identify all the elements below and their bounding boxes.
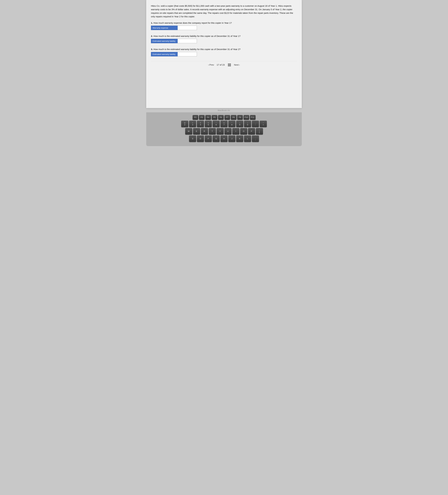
key-f5[interactable]: F5 xyxy=(212,115,217,120)
key-e[interactable]: E xyxy=(193,128,200,135)
question-2-label: 2. How much is the estimated warranty li… xyxy=(151,35,297,37)
key-f2[interactable]: F2 xyxy=(193,115,198,120)
question-1-block: 1. How much warranty expense does the co… xyxy=(151,22,297,30)
question-2-text: How much is the estimated warranty liabi… xyxy=(154,35,241,37)
key-k[interactable]: K xyxy=(236,136,243,142)
key-9[interactable]: (9 xyxy=(236,121,243,127)
question-1-label: 1. How much warranty expense does the co… xyxy=(151,22,297,24)
key-u[interactable]: U xyxy=(224,128,231,135)
key-p[interactable]: P xyxy=(248,128,255,135)
question-3-label: 3. How much is the estimated warranty li… xyxy=(151,48,297,51)
key-5[interactable]: %5 xyxy=(205,121,212,127)
key-f6[interactable]: F6 xyxy=(218,115,224,120)
key-w[interactable]: W xyxy=(185,128,192,135)
next-chevron-icon: › xyxy=(239,64,240,66)
key-f10[interactable]: F10 xyxy=(244,115,249,120)
key-f3[interactable]: F3 xyxy=(199,115,205,120)
key-j[interactable]: J xyxy=(228,136,235,142)
key-d[interactable]: D xyxy=(197,136,204,142)
warranty-expense-input[interactable] xyxy=(178,26,197,30)
next-button[interactable]: Next › xyxy=(234,64,240,66)
main-content-area: Hitzu Co. sold a copier (that costs $5,5… xyxy=(146,0,302,108)
key-t[interactable]: T xyxy=(209,128,216,135)
keyboard: F2 F3 F4 F5 F6 F7 F8 F9 F10 F11 @2 #3 $4… xyxy=(146,112,302,146)
key-semicolon[interactable]: :; xyxy=(252,136,259,142)
key-0[interactable]: )0 xyxy=(244,121,251,127)
key-g[interactable]: G xyxy=(213,136,220,142)
key-y[interactable]: Y xyxy=(217,128,224,135)
key-3[interactable]: #3 xyxy=(189,121,196,127)
key-f9[interactable]: F9 xyxy=(237,115,243,120)
key-f8[interactable]: F8 xyxy=(231,115,236,120)
laptop-brand-label: MacBook Air xyxy=(218,109,230,111)
navigation-bar: ‹ Prev 17 of 23 Next › xyxy=(151,61,297,68)
question-3-text: How much is the estimated warranty liabi… xyxy=(154,48,241,51)
question-3-block: 3. How much is the estimated warranty li… xyxy=(151,48,297,56)
next-label: Next xyxy=(234,64,239,66)
key-6[interactable]: ^6 xyxy=(213,121,220,127)
key-f4[interactable]: F4 xyxy=(205,115,211,120)
key-h[interactable]: H xyxy=(220,136,228,142)
prev-button[interactable]: ‹ Prev xyxy=(208,64,214,66)
key-r[interactable]: R xyxy=(201,128,208,135)
key-8[interactable]: *8 xyxy=(228,121,235,127)
question-3-field-row: Estimated warranty liability xyxy=(151,52,297,56)
grid-view-icon xyxy=(228,64,231,66)
key-o[interactable]: O xyxy=(240,128,247,135)
question-2-block: 2. How much is the estimated warranty li… xyxy=(151,35,297,43)
key-7[interactable]: &7 xyxy=(220,121,228,127)
question-1-field-row: Warranty expense xyxy=(151,26,297,30)
key-2[interactable]: @2 xyxy=(181,121,188,127)
fn-key-row: F2 F3 F4 F5 F6 F7 F8 F9 F10 F11 xyxy=(149,115,299,120)
key-f7[interactable]: F7 xyxy=(224,115,230,120)
estimated-warranty-liability-input-1[interactable] xyxy=(178,39,197,43)
warranty-expense-label: Warranty expense xyxy=(151,26,178,30)
number-key-row: @2 #3 $4 %5 ^6 &7 *8 (9 )0 _- += xyxy=(149,121,299,127)
key-i[interactable]: I xyxy=(232,128,239,135)
estimated-warranty-liability-label-1: Estimated warranty liability xyxy=(151,39,178,43)
key-f[interactable]: F xyxy=(205,136,212,142)
key-4[interactable]: $4 xyxy=(197,121,204,127)
key-f11[interactable]: F11 xyxy=(250,115,256,120)
grid-icon[interactable] xyxy=(227,63,231,66)
estimated-warranty-liability-label-2: Estimated warranty liability xyxy=(151,52,178,56)
page-info: 17 of 23 xyxy=(217,64,225,66)
key-equals[interactable]: += xyxy=(260,121,267,127)
key-l[interactable]: L xyxy=(244,136,251,142)
estimated-warranty-liability-input-2[interactable] xyxy=(178,52,197,56)
qwerty-key-row: W E R T Y U I O P {[ xyxy=(149,128,299,135)
question-2-field-row: Estimated warranty liability xyxy=(151,39,297,43)
key-s[interactable]: S xyxy=(189,136,196,142)
asdf-key-row: S D F G H J K L :; xyxy=(149,136,299,142)
problem-description: Hitzu Co. sold a copier (that costs $5,5… xyxy=(151,4,297,18)
key-open-brace[interactable]: {[ xyxy=(256,128,263,135)
prev-label: Prev xyxy=(209,64,214,66)
question-1-text: How much warranty expense does the compa… xyxy=(154,22,232,24)
key-minus[interactable]: _- xyxy=(252,121,259,127)
prev-chevron-icon: ‹ xyxy=(208,64,209,66)
